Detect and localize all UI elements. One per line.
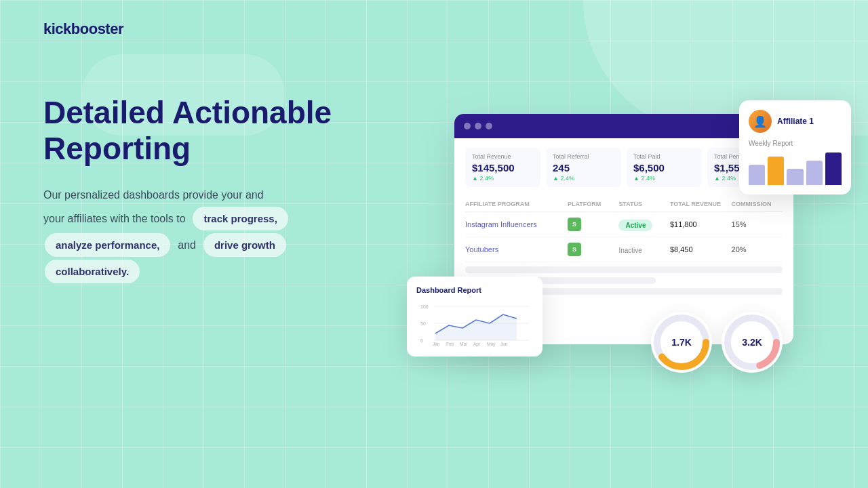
tag-collaboratively: collaboratively. — [45, 260, 140, 283]
th-revenue: Total Revenue — [670, 201, 732, 207]
donuts-container: 1.7K 3.2K — [651, 312, 783, 373]
revenue-instagram: $11,800 — [670, 220, 732, 228]
platform-icon-instagram: S — [568, 218, 618, 231]
svg-text:100: 100 — [420, 304, 429, 309]
tag-analyze: analyze performance, — [45, 233, 170, 257]
status-cell-instagram: Active — [618, 218, 669, 231]
report-card-title: Dashboard Report — [416, 286, 533, 294]
dot3 — [486, 123, 492, 129]
stat-referral: Total Referral 245 ▲ 2.4% — [546, 148, 621, 187]
stat-revenue: Total Revenue $145,500 ▲ 2.4% — [465, 148, 540, 187]
table-row: Instagram Influencers S Active $11,800 1… — [465, 212, 783, 237]
revenue-youtubers: $8,450 — [670, 245, 732, 253]
th-commission: Commission — [732, 201, 783, 207]
dot2 — [475, 123, 481, 129]
bar-4 — [806, 161, 823, 185]
tag-track-progress: track progress, — [193, 207, 288, 230]
svg-text:50: 50 — [420, 321, 426, 326]
donut-card-2: 3.2K — [722, 312, 783, 373]
status-badge-inactive: Inactive — [618, 247, 642, 254]
bar-1 — [749, 165, 765, 185]
th-platform: Platform — [568, 201, 618, 207]
bar-2 — [768, 157, 784, 185]
stat-value-revenue: $145,500 — [472, 162, 534, 174]
description: Our persnalized dashboards provide your … — [43, 186, 396, 285]
svg-text:0: 0 — [420, 338, 423, 343]
tag-drive-growth: drive growth — [203, 233, 286, 257]
stat-label-revenue: Total Revenue — [472, 153, 534, 160]
stats-row: Total Revenue $145,500 ▲ 2.4% Total Refe… — [465, 148, 783, 187]
donut-svg-2 — [722, 312, 783, 373]
stat-change-revenue: ▲ 2.4% — [472, 175, 534, 182]
svg-text:Apr: Apr — [473, 342, 481, 347]
stat-value-paid: $6,500 — [633, 162, 695, 174]
commission-instagram: 15% — [732, 220, 783, 228]
commission-youtubers: 20% — [732, 245, 783, 253]
svg-text:Jun: Jun — [500, 342, 508, 346]
hero-section: Detailed Actionable Reporting Our persna… — [43, 95, 396, 285]
weekly-report-label: Weekly Report — [749, 140, 842, 147]
th-program: Affiliate Program — [465, 201, 568, 207]
svg-marker-6 — [435, 314, 517, 340]
logo: kickbooster — [43, 20, 123, 38]
stat-label-referral: Total Referral — [553, 153, 614, 160]
stat-value-referral: 245 — [553, 162, 614, 174]
program-name-youtubers[interactable]: Youtubers — [465, 245, 568, 253]
placeholder-row-1 — [465, 266, 783, 273]
headline: Detailed Actionable Reporting — [43, 95, 396, 167]
svg-text:Jan: Jan — [433, 342, 440, 346]
bar-3 — [787, 169, 803, 185]
affiliate-header: 👤 Affiliate 1 — [749, 110, 842, 133]
table-header: Affiliate Program Platform Status Total … — [465, 197, 783, 212]
stat-label-paid: Total Paid — [633, 153, 695, 160]
donut-card-1: 1.7K — [651, 312, 712, 373]
stat-paid: Total Paid $6,500 ▲ 2.4% — [627, 148, 702, 187]
affiliate-card: 👤 Affiliate 1 Weekly Report — [739, 100, 851, 195]
line-chart-area: 100 50 0 Jan Feb Mar Apr May Jun — [416, 300, 533, 347]
line-chart-svg: 100 50 0 Jan Feb Mar Apr May Jun — [416, 300, 533, 347]
status-badge-active: Active — [618, 220, 652, 231]
stat-change-referral: ▲ 2.4% — [553, 175, 614, 182]
stat-change-paid: ▲ 2.4% — [633, 175, 695, 182]
platform-icon-youtubers: S — [568, 243, 618, 256]
avatar: 👤 — [749, 110, 772, 133]
dot1 — [464, 123, 471, 129]
table-row: Youtubers S Inactive $8,450 20% — [465, 237, 783, 262]
status-cell-youtubers: Inactive — [618, 243, 669, 256]
report-card: Dashboard Report 100 50 0 Jan Feb Mar Ap… — [407, 277, 542, 357]
affiliate-name: Affiliate 1 — [777, 117, 814, 126]
weekly-bar-chart — [749, 152, 842, 185]
program-name-instagram[interactable]: Instagram Influencers — [465, 220, 568, 228]
th-status: Status — [618, 201, 669, 207]
bar-5 — [825, 152, 842, 185]
svg-text:Mar: Mar — [460, 342, 468, 346]
svg-text:May: May — [487, 342, 496, 347]
donut-svg-1 — [651, 312, 712, 373]
svg-text:Feb: Feb — [446, 342, 454, 346]
